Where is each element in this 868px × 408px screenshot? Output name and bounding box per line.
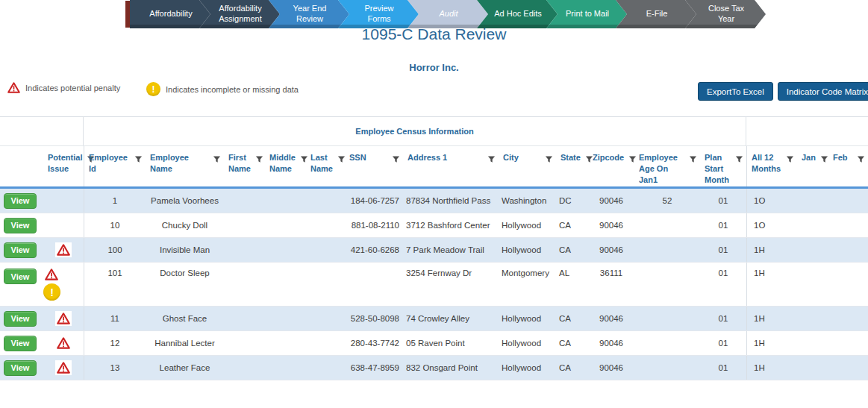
age-cell: 52 <box>634 189 700 213</box>
state-cell: CA <box>556 331 588 355</box>
column-header[interactable] <box>0 146 43 186</box>
view-button[interactable]: View <box>4 242 37 258</box>
view-button[interactable]: View <box>4 311 37 327</box>
filter-icon[interactable] <box>392 153 400 166</box>
workflow-step-ad-hoc-edits[interactable]: Ad Hoc Edits <box>477 0 558 28</box>
age-cell <box>634 238 700 262</box>
view-button[interactable]: View <box>4 193 37 209</box>
address-cell: 3254 Fernway Dr <box>403 263 499 306</box>
city-cell: Montgomery <box>499 263 556 306</box>
potential-issue-cell <box>43 356 84 380</box>
plan-start-cell: 01 <box>700 213 746 237</box>
column-header-address-1[interactable]: Address 1 <box>403 146 499 186</box>
column-header-state[interactable]: State <box>556 146 588 186</box>
column-header-employee-id[interactable]: Employee Id <box>84 146 146 186</box>
middle-name-cell <box>265 213 306 237</box>
penalty-warning-icon <box>55 242 72 257</box>
city-cell: Hollywood <box>499 331 556 355</box>
plan-start-cell: 01 <box>700 189 746 213</box>
zipcode-cell: 90046 <box>588 238 634 262</box>
filter-icon[interactable] <box>487 153 496 166</box>
column-header-employee-age-on-jan1[interactable]: Employee Age On Jan1 <box>634 146 700 186</box>
plan-start-cell: 01 <box>700 238 746 262</box>
middle-name-cell <box>265 263 306 306</box>
employee-name-cell: Doctor Sleep <box>146 263 224 306</box>
column-header-last-name[interactable]: Last Name <box>306 146 345 186</box>
column-header-label: Last Name <box>310 152 333 175</box>
workflow-step-year-end-review[interactable]: Year End Review <box>269 0 349 28</box>
column-header-label: Zipcode <box>593 152 624 163</box>
view-cell: View <box>0 356 43 380</box>
workflow-step-label: Preview Forms <box>352 4 406 25</box>
last-name-cell <box>306 356 345 380</box>
address-cell: 05 Raven Point <box>403 331 499 355</box>
ssn-cell: 280-43-7742 <box>345 331 403 355</box>
feb-cell <box>828 331 868 355</box>
column-header-feb[interactable]: Feb <box>828 146 868 186</box>
jan-cell <box>797 189 828 213</box>
column-header-label: Employee Age On Jan1 <box>639 152 678 186</box>
filter-icon[interactable] <box>786 153 794 166</box>
employee-id-cell: 10 <box>84 213 146 237</box>
all-12-months-cell: 1H <box>746 331 797 355</box>
workflow-step-affordability[interactable]: Affordability <box>130 0 210 28</box>
view-cell: View <box>0 331 43 355</box>
ssn-cell: 881-08-2110 <box>345 213 403 237</box>
filter-icon[interactable] <box>857 153 865 166</box>
column-header-middle-name[interactable]: Middle Name <box>265 146 306 186</box>
column-header-first-name[interactable]: First Name <box>224 146 265 186</box>
column-header-jan[interactable]: Jan <box>797 146 828 186</box>
filter-icon[interactable] <box>255 153 263 166</box>
column-header-plan-start-month[interactable]: Plan Start Month <box>700 146 746 186</box>
export-to-excel-button[interactable]: ExportTo Excel <box>698 82 773 101</box>
view-cell: View <box>0 238 43 262</box>
view-button[interactable]: View <box>4 336 37 351</box>
all-12-months-cell: 1H <box>746 307 797 330</box>
column-header-city[interactable]: City <box>499 146 556 186</box>
feb-cell <box>828 263 868 306</box>
column-header-label: First Name <box>228 152 251 175</box>
workflow-step-preview-forms[interactable]: Preview Forms <box>338 0 419 28</box>
first-name-cell <box>224 263 265 306</box>
zipcode-cell: 36111 <box>588 263 634 306</box>
filter-icon[interactable] <box>735 153 743 166</box>
column-header-label: Plan Start Month <box>705 152 730 186</box>
workflow-step-e-file[interactable]: E-File <box>616 0 696 28</box>
filter-icon[interactable] <box>545 153 553 166</box>
feb-cell <box>828 356 868 380</box>
employee-id-cell: 1 <box>84 189 146 213</box>
jan-cell <box>797 356 828 380</box>
view-button[interactable]: View <box>4 269 37 284</box>
workflow-step-label: Print to Mail <box>566 9 609 19</box>
ssn-cell: 184-06-7257 <box>345 189 403 213</box>
filter-icon[interactable] <box>820 153 828 166</box>
filter-icon[interactable] <box>689 153 697 166</box>
workflow-step-print-to-mail[interactable]: Print to Mail <box>546 0 627 28</box>
view-button[interactable]: View <box>4 218 37 233</box>
plan-start-cell: 01 <box>700 356 746 380</box>
indicator-code-matrix-button[interactable]: Indicator Code Matrix <box>778 82 868 101</box>
column-header-zipcode[interactable]: Zipcode <box>588 146 634 186</box>
column-header-ssn[interactable]: SSN <box>345 146 403 186</box>
grid-body: View 1 Pamela Voorhees 184-06-7257 87834… <box>0 189 868 380</box>
view-button[interactable]: View <box>4 360 37 376</box>
potential-issue-cell <box>43 331 84 355</box>
workflow-step-close-tax-year[interactable]: Close Tax Year <box>685 0 766 28</box>
column-header-all-12-months[interactable]: All 12 Months <box>746 146 797 186</box>
column-header-label: Potential Issue <box>48 152 82 175</box>
filter-icon[interactable] <box>134 153 143 166</box>
penalty-legend-label: Indicates potential penalty <box>25 84 120 92</box>
employee-name-cell: Invisible Man <box>146 238 224 262</box>
filter-icon[interactable] <box>213 153 221 166</box>
workflow-breadcrumb: Affordability Affordability Assignment Y… <box>125 0 755 28</box>
column-header-employee-name[interactable]: Employee Name <box>146 146 224 186</box>
workflow-step-label: Close Tax Year <box>699 4 753 25</box>
state-cell: CA <box>556 213 588 237</box>
workflow-step-affordability-assignment[interactable]: Affordability Assignment <box>199 0 280 28</box>
column-header-label: Jan <box>802 152 816 163</box>
address-cell: 74 Crowley Alley <box>403 307 499 330</box>
workflow-step-audit[interactable]: Audit <box>408 0 488 28</box>
employee-name-cell: Chucky Doll <box>146 213 224 237</box>
column-header-potential-issue[interactable]: Potential Issue <box>43 146 84 186</box>
city-cell: Hollywood <box>499 307 556 330</box>
